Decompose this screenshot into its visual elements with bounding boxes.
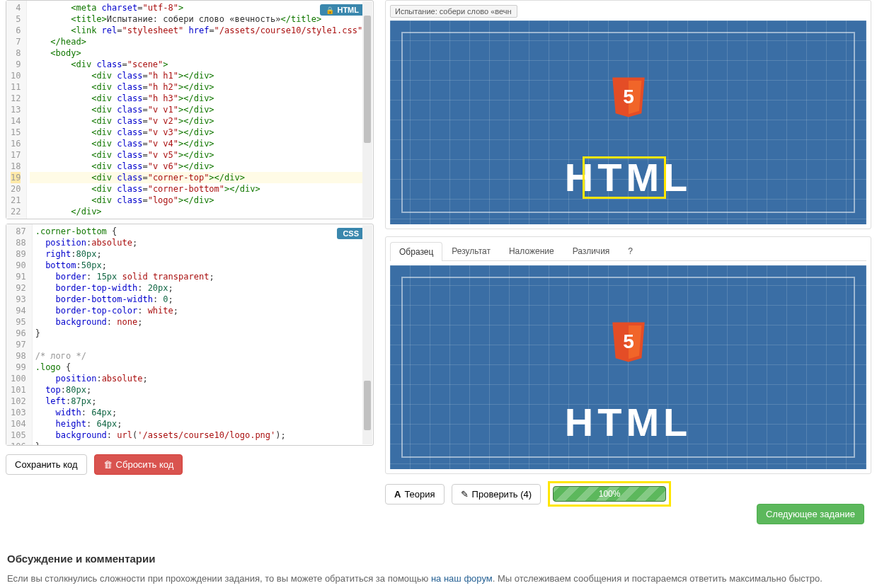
svg-text:5: 5 [623, 86, 634, 108]
progress-value: 100% [599, 489, 621, 499]
html-editor[interactable]: 🔒 HTML 45678910111213141516171819202122 … [6, 0, 374, 219]
svg-text:5: 5 [623, 330, 634, 352]
lock-icon: 🔒 [326, 6, 334, 14]
html-badge-label: HTML [337, 6, 359, 14]
discussion-p1: Если вы столкнулись сложности при прохож… [7, 572, 870, 586]
preview-title: Испытание: собери слово «вечн [390, 5, 517, 18]
preview-scene: 5 HTML [390, 21, 866, 224]
font-icon: A [394, 489, 401, 500]
preview-result: Испытание: собери слово «вечн 5 HTML [385, 0, 871, 229]
next-task-button[interactable]: Следующее задание [757, 504, 864, 524]
save-button[interactable]: Сохранить код [6, 454, 87, 475]
html-word: HTML [565, 399, 692, 445]
html-gutter: 45678910111213141516171819202122 [6, 1, 27, 219]
forum-link[interactable]: на наш форум [431, 573, 493, 584]
html5-logo-icon: 5 [609, 77, 648, 122]
theory-button[interactable]: A Теория [385, 484, 445, 505]
progress-highlight: 100% [548, 481, 671, 507]
check-icon: ✎ [461, 489, 469, 500]
check-button[interactable]: ✎ Проверить (4) [452, 484, 541, 505]
discussion-section: Обсуждение и комментарии Если вы столкну… [6, 553, 871, 588]
tab-Результат[interactable]: Результат [442, 241, 500, 260]
tab-Наложение[interactable]: Наложение [500, 241, 563, 260]
html-badge: 🔒 HTML [320, 4, 365, 16]
reset-button[interactable]: 🗑 Сбросить код [94, 454, 183, 475]
tab-Образец[interactable]: Образец [390, 242, 442, 261]
highlight-box [583, 156, 666, 199]
css-editor[interactable]: CSS 878889909192939495969798991001011021… [6, 224, 374, 446]
reference-scene: 5 HTML [390, 265, 866, 469]
trash-icon: 🗑 [103, 459, 113, 470]
tab-?[interactable]: ? [619, 241, 642, 260]
discussion-heading: Обсуждение и комментарии [7, 553, 870, 565]
scrollbar-thumb[interactable] [364, 381, 371, 430]
scrollbar[interactable] [362, 1, 372, 218]
scrollbar[interactable] [362, 225, 372, 444]
preview-tabs-box: ОбразецРезультатНаложениеРазличия? 5 HTM… [385, 236, 871, 474]
html-code[interactable]: <meta charset="utf-8"> <title>Испытание:… [27, 1, 373, 219]
scrollbar-thumb[interactable] [364, 16, 371, 143]
tab-Различия[interactable]: Различия [563, 241, 619, 260]
css-gutter: 8788899091929394959697989910010110210310… [6, 224, 33, 445]
css-badge-label: CSS [343, 229, 359, 238]
html5-logo-icon: 5 [609, 322, 648, 367]
preview-tabs: ОбразецРезультатНаложениеРазличия? [390, 241, 866, 261]
progress-bar: 100% [553, 486, 666, 502]
css-code[interactable]: .corner-bottom { position:absolute; righ… [33, 224, 373, 445]
css-badge: CSS [337, 228, 365, 239]
